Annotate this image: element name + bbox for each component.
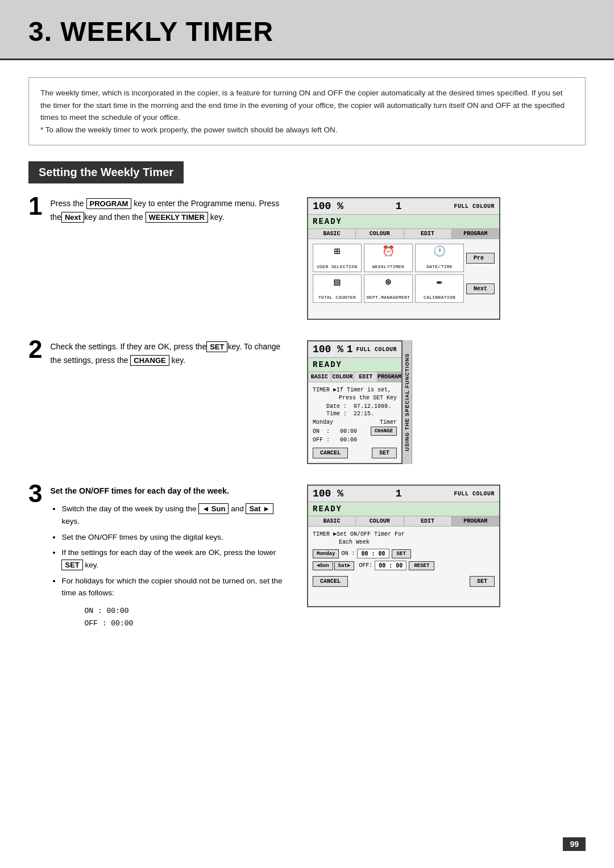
monday-day-btn[interactable]: Monday bbox=[313, 549, 339, 558]
calibration-label: CALIBRATION bbox=[424, 295, 455, 300]
screen3-body: TIMER ►Set ON/OFF Timer For Each Week Mo… bbox=[308, 527, 499, 606]
screen3-timer-row: TIMER ►Set ON/OFF Timer For bbox=[313, 531, 495, 537]
press-set-key: Press the SET Key bbox=[339, 395, 397, 401]
datetime-symbol: 🕐 bbox=[433, 247, 446, 257]
set-key-step2: SET bbox=[206, 341, 227, 352]
step3-bullet4: For holidays for which the copier should… bbox=[61, 575, 290, 599]
user-selection-symbol: ⊞ bbox=[334, 247, 340, 257]
screen3-prompt: ►Set ON/OFF Timer For bbox=[333, 531, 405, 537]
set-btn2-s3[interactable]: SET bbox=[470, 576, 495, 587]
screen2-tab-edit[interactable]: EDIT bbox=[354, 372, 377, 382]
pre-button[interactable]: Pre bbox=[466, 253, 495, 264]
sat-btn-s3[interactable]: Sat► bbox=[334, 561, 355, 570]
change-btn[interactable]: CHANGE bbox=[371, 427, 397, 436]
step-3-number: 3 bbox=[28, 481, 42, 506]
header: 3. WEEKLY TIMER bbox=[0, 0, 614, 60]
screen3-tab-program[interactable]: PROGRAM bbox=[452, 516, 499, 526]
off-time-display: 00 : 00 bbox=[375, 561, 406, 570]
tab-basic[interactable]: BASIC bbox=[308, 229, 356, 239]
tab-program[interactable]: PROGRAM bbox=[452, 229, 499, 239]
screen2-tab-colour[interactable]: COLOUR bbox=[331, 372, 355, 382]
intro-box: The weekly timer, which is incorporated … bbox=[28, 77, 586, 145]
screen3-ready: READY bbox=[308, 502, 499, 516]
step-1: 1 Press the PROGRAM key to enter the Pro… bbox=[28, 197, 586, 320]
weeklytimer-label: WEEKLYTIMER bbox=[372, 264, 404, 269]
on-label: ON : 00:00 bbox=[313, 428, 357, 435]
screen2-tab-basic[interactable]: BASIC bbox=[308, 372, 331, 382]
off-timer-row: OFF : 00:00 bbox=[313, 437, 397, 443]
screen1-tabs: BASIC COLOUR EDIT PROGRAM bbox=[308, 229, 499, 239]
sat-key: Sat ► bbox=[246, 503, 273, 514]
on-off-block: ON : 00:00 OFF : 00:00 bbox=[84, 605, 290, 630]
screen3-tab-basic[interactable]: BASIC bbox=[308, 516, 356, 526]
screen-2-wrapper: 100 % 1 FULL COLOUR READY BASIC COLOUR E… bbox=[307, 340, 412, 464]
intro-text2: * To allow the weekly timer to work prop… bbox=[40, 126, 337, 134]
screen2-colour: FULL COLOUR bbox=[356, 347, 397, 353]
sun-btn-s3[interactable]: ◄Sun bbox=[313, 561, 333, 570]
icon-total-counter: ▤ TOTAL COUNTER bbox=[313, 274, 362, 303]
step-3: 3 Set the ON/OFF times for each day of t… bbox=[28, 485, 586, 630]
step-2-text: Check the settings. If they are OK, pres… bbox=[50, 340, 290, 368]
step-3-left: 3 Set the ON/OFF times for each day of t… bbox=[28, 485, 290, 630]
sun-key: ◄ Sun bbox=[198, 503, 229, 514]
date-row: Date : 07.12.1999. bbox=[313, 403, 397, 410]
tab-colour[interactable]: COLOUR bbox=[356, 229, 404, 239]
weeklytimer-symbol: ⏰ bbox=[382, 247, 395, 257]
step3-bullet3: If the settings for each day of the week… bbox=[61, 546, 290, 571]
step-2-number: 2 bbox=[28, 337, 42, 362]
step3-bullet1: Switch the day of the week by using the … bbox=[61, 503, 290, 527]
step3-title: Set the ON/OFF times for each day of the… bbox=[50, 486, 229, 495]
monday-timer-header: Monday Timer bbox=[313, 419, 397, 425]
next-button[interactable]: Next bbox=[466, 283, 495, 294]
screen3-pct: 100 % bbox=[313, 488, 343, 499]
screen3-tab-edit[interactable]: EDIT bbox=[404, 516, 452, 526]
screen3-cancel-set: CANCEL SET bbox=[313, 576, 495, 587]
screen3-tab-colour[interactable]: COLOUR bbox=[356, 516, 404, 526]
step3-bullet2: Set the ON/OFF times by using the digita… bbox=[61, 531, 290, 544]
screen1-copynum: 1 bbox=[396, 201, 402, 212]
set-btn1-s3[interactable]: SET bbox=[392, 549, 411, 558]
icon-user-selection: ⊞ USER SELECTION bbox=[313, 244, 362, 272]
screen3-copynum: 1 bbox=[396, 488, 402, 499]
icon-datetime: 🕐 DATE/TIME bbox=[415, 244, 464, 272]
screen1-pct: 100 % bbox=[313, 201, 343, 212]
dept-mgmt-label: DEPT.MANAGEMENT bbox=[367, 295, 410, 300]
cancel-btn-s3[interactable]: CANCEL bbox=[313, 576, 348, 587]
screen2-ready: READY bbox=[308, 358, 401, 372]
step-1-text: Press the PROGRAM key to enter the Progr… bbox=[50, 197, 290, 224]
screen3-timer-label: TIMER bbox=[313, 531, 330, 537]
screen2-copynum: 1 bbox=[347, 344, 353, 355]
timer-prompt: ►If Timer is set, bbox=[333, 387, 391, 393]
on-timer-row: ON : 00:00 CHANGE bbox=[313, 427, 397, 436]
screen2-topbar: 100 % 1 FULL COLOUR bbox=[308, 341, 401, 358]
screen2-pct: 100 % bbox=[313, 344, 343, 355]
on-label-s3: ON : bbox=[341, 550, 355, 557]
set-key-step3: SET bbox=[61, 560, 82, 570]
tab-edit[interactable]: EDIT bbox=[404, 229, 452, 239]
total-counter-symbol: ▤ bbox=[334, 277, 340, 287]
icon-grid: ⊞ USER SELECTION ⏰ WEEKLYTIMER 🕐 DATE/TI… bbox=[313, 244, 464, 303]
off-label-s3: OFF: bbox=[359, 562, 372, 569]
cancel-btn-screen2[interactable]: CANCEL bbox=[313, 448, 348, 458]
step-2-left: 2 Check the settings. If they are OK, pr… bbox=[28, 340, 290, 368]
screen2-tab-program[interactable]: PROGRAM bbox=[377, 372, 401, 382]
page-title: 3. WEEKLY TIMER bbox=[28, 16, 586, 47]
screen3-day-on-row: Monday ON : 00 : 00 SET bbox=[313, 549, 495, 558]
reset-btn-s3[interactable]: RESET bbox=[409, 561, 434, 570]
total-counter-label: TOTAL COUNTER bbox=[318, 295, 356, 300]
screen-2: 100 % 1 FULL COLOUR READY BASIC COLOUR E… bbox=[307, 340, 403, 464]
screen1-colour: FULL COLOUR bbox=[454, 203, 495, 210]
page: 3. WEEKLY TIMER The weekly timer, which … bbox=[0, 0, 614, 868]
time-row: Time : 22:15. bbox=[313, 411, 397, 417]
screen3-tabs: BASIC COLOUR EDIT PROGRAM bbox=[308, 516, 499, 527]
set-btn-screen2[interactable]: SET bbox=[372, 448, 397, 458]
screen-1: 100 % 1 FULL COLOUR READY BASIC COLOUR E… bbox=[307, 197, 500, 320]
screen-1-topbar: 100 % 1 FULL COLOUR bbox=[308, 198, 499, 215]
timer-word: TIMER bbox=[313, 387, 330, 393]
dept-mgmt-symbol: ⊛ bbox=[385, 277, 392, 287]
screen-3: 100 % 1 FULL COLOUR READY BASIC COLOUR E… bbox=[307, 485, 500, 607]
content: The weekly timer, which is incorporated … bbox=[0, 60, 614, 667]
screen1-body: ⊞ USER SELECTION ⏰ WEEKLYTIMER 🕐 DATE/TI… bbox=[308, 239, 499, 319]
screen3-topbar: 100 % 1 FULL COLOUR bbox=[308, 486, 499, 502]
step-1-number: 1 bbox=[28, 194, 42, 219]
